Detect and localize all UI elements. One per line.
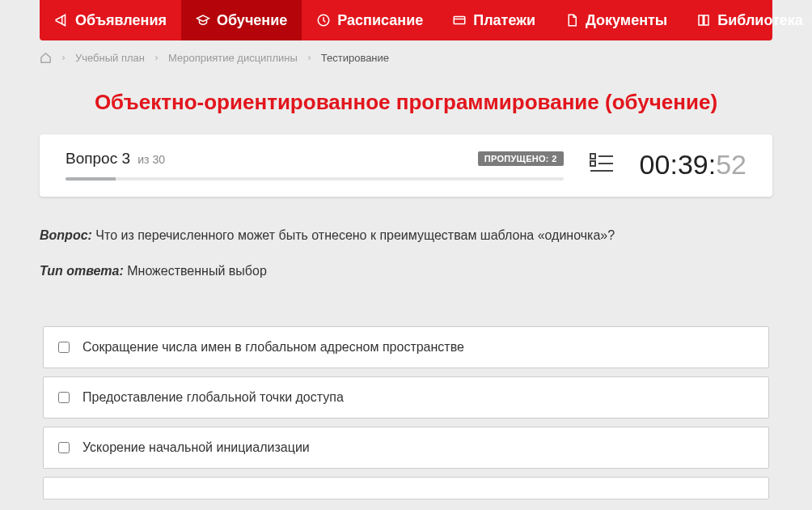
question-prompt-text: Что из перечисленного может быть отнесен… (95, 228, 615, 242)
nav-payments[interactable]: Платежи (438, 0, 550, 40)
option-text: Предоставление глобальной точки доступа (82, 390, 344, 405)
timer: 00:39:52 (640, 149, 746, 181)
question-number: Вопрос 3 (66, 150, 130, 167)
timer-centi: 52 (716, 149, 746, 180)
clock-icon (316, 13, 331, 28)
option-item[interactable]: Сокращение числа имен в глобальном адрес… (43, 326, 769, 368)
breadcrumb-event[interactable]: Мероприятие дисциплины (168, 52, 298, 64)
breadcrumb: Учебный план Мероприятие дисциплины Тест… (14, 40, 798, 75)
option-checkbox[interactable] (58, 342, 70, 353)
answer-type-label: Тип ответа: (40, 264, 124, 278)
svg-rect-2 (590, 154, 595, 159)
question-prompt-label: Вопрос: (40, 228, 92, 242)
timer-sec: 39 (678, 149, 708, 180)
nav-education[interactable]: Обучение (181, 0, 302, 40)
progress-bar (66, 177, 564, 181)
question-counter: Вопрос 3 из 30 (66, 150, 165, 168)
page-title: Объектно-ориентированное программировани… (14, 75, 798, 134)
option-checkbox[interactable] (58, 442, 70, 453)
nav-item-label: Платежи (473, 12, 535, 29)
nav-item-label: Расписание (337, 12, 423, 29)
nav-schedule[interactable]: Расписание (302, 0, 438, 40)
svg-rect-4 (590, 161, 595, 166)
question-block: Вопрос: Что из перечисленного может быть… (14, 197, 798, 307)
status-card: Вопрос 3 из 30 ПРОПУЩЕНО: 2 00:39:52 (40, 134, 772, 197)
option-text: Сокращение числа имен в глобальном адрес… (82, 340, 464, 355)
nav-announcements[interactable]: Объявления (40, 0, 181, 40)
skipped-badge: ПРОПУЩЕНО: 2 (478, 151, 564, 166)
chevron-right-icon (306, 54, 313, 62)
question-list-button[interactable] (583, 152, 620, 178)
option-item[interactable] (43, 477, 769, 499)
home-icon[interactable] (40, 52, 52, 64)
megaphone-icon (54, 13, 69, 28)
option-text: Ускорение начальной инициализации (82, 440, 310, 455)
breadcrumb-testing: Тестирование (321, 52, 389, 64)
breadcrumb-curriculum[interactable]: Учебный план (75, 52, 145, 64)
nav-documents[interactable]: Документы (550, 0, 682, 40)
options-list: Сокращение числа имен в глобальном адрес… (14, 307, 798, 510)
nav-item-label: Библиотека (717, 12, 803, 29)
nav-item-label: Объявления (75, 12, 167, 29)
main-nav: Объявления Обучение Расписание Платежи Д… (40, 0, 772, 40)
chevron-right-icon (60, 54, 67, 62)
nav-item-label: Документы (586, 12, 667, 29)
option-item[interactable]: Ускорение начальной инициализации (43, 427, 769, 469)
chevron-right-icon (153, 54, 160, 62)
timer-min: 00 (640, 149, 670, 180)
education-icon (196, 13, 210, 28)
payment-icon (452, 13, 467, 28)
answer-type-text: Множественный выбор (127, 264, 267, 278)
option-checkbox[interactable] (58, 392, 70, 403)
list-icon (590, 152, 614, 175)
nav-item-label: Обучение (217, 12, 287, 29)
document-icon (565, 13, 579, 28)
book-icon (696, 13, 711, 28)
svg-rect-1 (454, 17, 465, 24)
progress-fill (66, 177, 116, 181)
option-item[interactable]: Предоставление глобальной точки доступа (43, 376, 769, 419)
nav-library[interactable]: Библиотека (682, 0, 812, 40)
